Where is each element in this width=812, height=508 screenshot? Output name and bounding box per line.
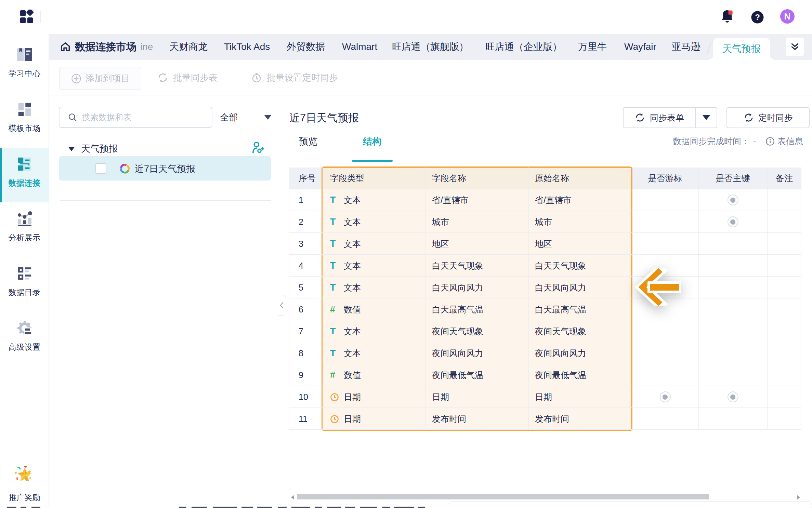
sidebar-item-label: 模板市场 xyxy=(0,123,49,134)
sidebar-item-template-market[interactable]: 模板市场 xyxy=(0,93,49,148)
table-cell-name: 白天天气现象 xyxy=(432,255,483,277)
tab-connector-9[interactable]: 亚马逊 xyxy=(672,34,700,60)
number-type-icon: # xyxy=(330,370,344,380)
sync-form-button[interactable]: 同步表单 xyxy=(623,107,696,128)
text-type-icon: T xyxy=(330,348,344,359)
tab-overflow-button[interactable] xyxy=(786,38,804,56)
scrollbar-right-arrow[interactable] xyxy=(797,495,800,500)
stopwatch-icon xyxy=(251,72,262,83)
scrollbar-left-arrow[interactable] xyxy=(291,495,294,500)
table-cell-name: 白天最高气温 xyxy=(432,298,483,320)
auth-key-icon[interactable] xyxy=(252,141,264,154)
sidebar-item-label: 分析展示 xyxy=(0,232,49,243)
help-icon[interactable]: ? xyxy=(751,11,764,24)
table-cell-name: 地区 xyxy=(432,233,449,255)
type-label: 文本 xyxy=(344,260,361,271)
sidebar-item-learning-center[interactable]: 学习中心 xyxy=(0,38,49,93)
table-cell-type: T文本 xyxy=(330,211,361,233)
promotion-rewards-icon xyxy=(13,465,36,487)
bottom-edge-fragment xyxy=(31,507,40,508)
text-type-icon: T xyxy=(330,239,344,249)
tab-structure[interactable]: 结构 xyxy=(363,135,381,148)
sync-form-label: 同步表单 xyxy=(650,112,684,123)
tab-connector-7[interactable]: 万里牛 xyxy=(578,34,607,60)
table-cell-no: 6 xyxy=(299,298,303,320)
schedule-sync-button[interactable]: 定时同步 xyxy=(726,107,810,128)
table-cell-origin: 夜间最低气温 xyxy=(535,364,586,386)
advanced-settings-icon xyxy=(16,319,34,337)
sidebar-item-data-connection[interactable]: 数据连接 xyxy=(0,148,49,202)
avatar[interactable]: N xyxy=(780,9,795,24)
add-to-project-label: 添加到项目 xyxy=(86,72,130,84)
table-cell-type: T文本 xyxy=(330,342,361,364)
table-cell-origin: 白天最高气温 xyxy=(535,298,586,320)
tab-connector-1[interactable]: 天财商龙 xyxy=(169,34,208,60)
tab-connector-5[interactable]: 旺店通（旗舰版） xyxy=(392,34,469,60)
panel-collapse-handle[interactable] xyxy=(278,295,286,316)
tree-item-weather-table[interactable]: 近7日天气预报 xyxy=(59,156,271,181)
data-catalog-icon xyxy=(16,265,34,282)
cursor-radio[interactable] xyxy=(660,391,671,402)
date-type-icon xyxy=(330,414,344,424)
tab-connector-3[interactable]: 外贸数据 xyxy=(287,34,325,60)
sidebar-item-promotion-rewards[interactable]: 推广奖励 xyxy=(0,461,49,508)
sidebar-item-analysis-display[interactable]: 分析展示 xyxy=(0,202,49,257)
table-cell-name: 城市 xyxy=(432,211,449,233)
tree-item-checkbox[interactable] xyxy=(95,163,106,174)
number-type-icon: # xyxy=(330,304,344,315)
template-market-icon xyxy=(16,101,34,118)
sync-form-dropdown-button[interactable] xyxy=(695,107,717,128)
text-type-icon: T xyxy=(330,217,344,227)
table-cell-name: 白天风向风力 xyxy=(432,277,483,298)
sidebar-item-label: 推广奖励 xyxy=(0,492,49,503)
table-cell-type: T文本 xyxy=(330,255,361,277)
table-cell-type: T文本 xyxy=(330,233,361,255)
batch-schedule-label: 批量设置定时同步 xyxy=(267,72,338,84)
primary-key-radio[interactable] xyxy=(728,391,738,402)
bottom-edge-fragment xyxy=(315,507,322,508)
table-header-cell: 序号 xyxy=(299,168,316,189)
batch-schedule-button[interactable]: 批量设置定时同步 xyxy=(251,60,338,95)
search-input[interactable] xyxy=(82,112,198,122)
tab-connector-8[interactable]: Wayfair xyxy=(624,34,656,60)
tree-expand-caret-icon[interactable] xyxy=(68,147,75,151)
tab-connector-2[interactable]: TikTok Ads xyxy=(224,34,270,60)
add-to-project-button[interactable]: 添加到项目 xyxy=(60,67,141,90)
info-circle-icon xyxy=(765,137,775,146)
tree-group-row[interactable]: 天气预报 xyxy=(49,138,278,159)
sync-time-label: 数据同步完成时间： xyxy=(673,136,750,147)
caret-down-icon xyxy=(703,115,710,120)
tab-weather-forecast-active[interactable]: 天气预报 xyxy=(713,38,770,60)
data-connection-icon xyxy=(16,155,34,173)
table-cell-type: T文本 xyxy=(330,277,361,298)
sidebar-item-label: 数据连接 xyxy=(0,178,49,188)
breadcrumb[interactable]: 数据连接市场 xyxy=(60,34,136,60)
notification-bell-icon[interactable] xyxy=(721,10,733,25)
search-box xyxy=(59,107,212,128)
tab-preview[interactable]: 预览 xyxy=(299,135,317,148)
table-info-link[interactable]: 表信息 xyxy=(765,136,803,147)
app-logo-icon[interactable] xyxy=(20,10,34,24)
scope-filter-dropdown[interactable]: 全部 xyxy=(220,107,271,128)
refresh-icon xyxy=(157,72,168,83)
active-tab-underline xyxy=(352,160,393,162)
table-cell-no: 8 xyxy=(299,342,303,364)
tab-connector-6[interactable]: 旺店通（企业版） xyxy=(485,34,562,60)
table-cell-type: #数值 xyxy=(330,298,361,320)
sidebar-item-advanced-settings[interactable]: 高级设置 xyxy=(0,312,49,366)
type-label: 数值 xyxy=(344,370,361,381)
sidebar-item-label: 学习中心 xyxy=(0,68,49,79)
tab-connector-0[interactable]: ine xyxy=(140,34,153,60)
table-cell-no: 9 xyxy=(299,364,303,386)
primary-key-radio[interactable] xyxy=(728,195,738,205)
table-cell-origin: 白天风向风力 xyxy=(535,277,586,298)
scrollbar-thumb[interactable] xyxy=(297,494,709,499)
type-label: 数值 xyxy=(344,304,361,315)
top-bar: ? N xyxy=(0,0,812,34)
primary-key-radio[interactable] xyxy=(728,216,738,227)
table-cell-origin: 夜间天气现象 xyxy=(535,320,586,342)
batch-sync-button[interactable]: 批量同步表 xyxy=(157,60,218,95)
tab-connector-4[interactable]: Walmart xyxy=(342,34,377,60)
horizontal-scrollbar[interactable] xyxy=(289,494,802,500)
sidebar-item-data-catalog[interactable]: 数据目录 xyxy=(0,257,49,312)
